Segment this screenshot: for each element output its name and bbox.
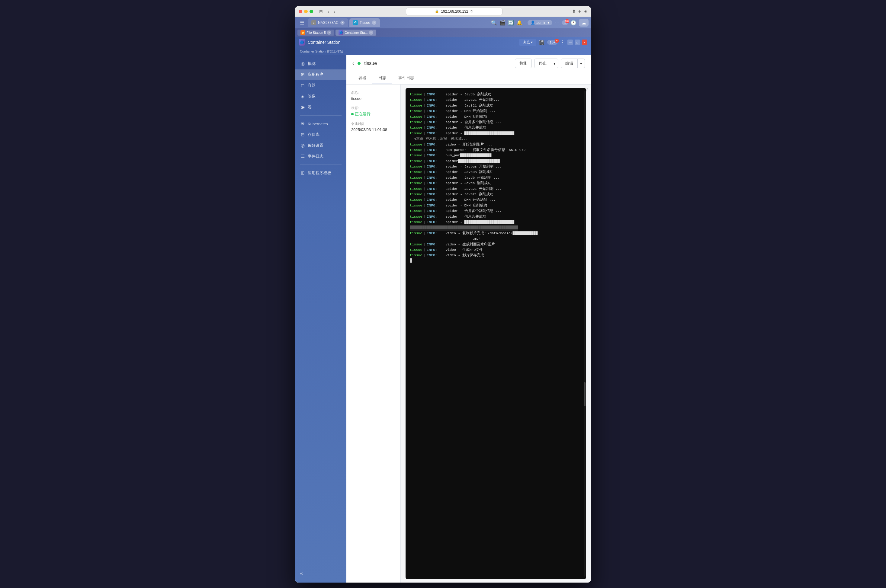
container-name-title: tissue: [364, 61, 511, 66]
container-tab-label: Container Sta...: [345, 31, 368, 34]
back-btn[interactable]: ‹: [326, 9, 330, 15]
filestation-close[interactable]: ×: [327, 30, 331, 35]
edit-dropdown-btn[interactable]: ▾: [578, 58, 585, 68]
refresh-icon[interactable]: ↻: [470, 9, 473, 14]
stop-dropdown-btn[interactable]: ▾: [551, 58, 559, 68]
nav-tab-container[interactable]: 容器: [352, 72, 372, 84]
sidebar-label-registry: 存储库: [308, 132, 320, 137]
content-back-btn[interactable]: ‹: [352, 61, 354, 66]
filestation-icon: 📁: [300, 30, 305, 35]
sidebar-collapse-btn[interactable]: «: [295, 568, 346, 579]
sync-btn[interactable]: 🔄: [508, 20, 514, 26]
share-icon[interactable]: ⬆: [572, 9, 576, 14]
sidebar-label-templates: 应用程序模板: [308, 170, 331, 176]
search-btn[interactable]: 🔍: [491, 20, 497, 26]
content-tabs-nav: 容器 日志 事件日志: [346, 72, 591, 84]
chevron-down-icon: ▾: [548, 21, 549, 25]
sidebar-item-images[interactable]: ◈ 映像: [295, 91, 346, 101]
sidebar-toggle-btn[interactable]: ⊟: [318, 9, 324, 15]
log-line: – 4本番 神木麗，演员：神木麗...: [410, 136, 582, 142]
sidebar-item-eventlog[interactable]: ☰ 事件日志: [295, 151, 346, 162]
sidebar-item-registry[interactable]: ⊟ 存储库: [295, 129, 346, 140]
app-badge-dot: +: [555, 39, 559, 43]
log-line: tissue | INFO: video - 生成NFO文件: [410, 247, 582, 253]
scrollbar-track[interactable]: [584, 90, 586, 576]
nav-tab-logs[interactable]: 日志: [372, 72, 392, 84]
container-tab-close[interactable]: ×: [369, 30, 373, 35]
log-line: tissue | INFO: spider - Javbus 开始刮削 ...: [410, 164, 582, 170]
more-btn[interactable]: ⋯: [555, 20, 560, 26]
app-logo: 🔵: [299, 39, 305, 46]
browser-tab-tissue[interactable]: 🌊 Tissue ×: [349, 18, 380, 27]
bell-btn[interactable]: 🔔: [517, 20, 523, 26]
forward-btn[interactable]: ›: [333, 9, 337, 15]
fullscreen-traffic-light[interactable]: [309, 10, 313, 13]
running-status-dot: [357, 62, 360, 65]
stop-btn-group: 停止 ▾: [534, 58, 559, 68]
log-line: tissue | INFO: video - 开始复制影片 ...: [410, 142, 582, 147]
tissue-tab-close[interactable]: ×: [372, 21, 376, 25]
log-line: tissue | INFO: spider - Javdb 刮削成功: [410, 180, 582, 186]
log-line: tissue | INFO: spider - DMM 刮削成功: [410, 203, 582, 208]
sidebar-item-overview[interactable]: ◎ 概览: [295, 58, 346, 69]
close-traffic-light[interactable]: [299, 10, 302, 13]
hamburger-btn[interactable]: ☰: [297, 19, 306, 27]
detect-btn[interactable]: 检测: [515, 58, 532, 68]
clock-btn[interactable]: 🕐: [571, 20, 577, 26]
filmstrip-icon[interactable]: 🎬: [539, 39, 545, 45]
images-icon: ◈: [300, 94, 305, 99]
sidebar-label-kubernetes: Kubernetes: [308, 122, 328, 126]
cloud-btn[interactable]: ☁: [579, 19, 589, 27]
sidebar-item-apps[interactable]: ⊞ 应用程序: [295, 69, 346, 80]
log-line: tissue | INFO: spider - Jav321 刮削成功: [410, 103, 582, 108]
user-badge[interactable]: 👤 admin ▾: [527, 20, 552, 26]
app-window: 🔵 Container Station 浏览 ▾ 🎬 10+ + ⋮ — □ ×: [295, 37, 591, 583]
minimize-btn[interactable]: —: [568, 39, 573, 45]
minimize-traffic-light[interactable]: [304, 10, 308, 13]
nas-tab-filestation[interactable]: 📁 File Station 5 ×: [297, 30, 334, 36]
scrollbar-thumb[interactable]: [584, 382, 586, 406]
nas-tab-icon: 1: [311, 20, 316, 25]
edit-btn[interactable]: 编辑: [561, 58, 578, 68]
nav-tab-container-label: 容器: [359, 75, 366, 80]
nas-tab-container[interactable]: 🔵 Container Sta... ×: [335, 30, 376, 36]
log-line: tissue | INFO: video - 生成封面及水印图片: [410, 242, 582, 247]
lock-icon: 🔒: [435, 9, 439, 13]
info-badge[interactable]: ℹ 10+: [562, 20, 568, 26]
log-line: tissue | INFO: spider - Jav321 开始刮削...: [410, 97, 582, 103]
sidebar-item-container[interactable]: ◻ 容器: [295, 80, 346, 90]
stop-btn[interactable]: 停止: [534, 58, 551, 68]
log-line: tissue | INFO: spider - ████████████████…: [410, 131, 582, 136]
terminal[interactable]: tissue | INFO: spider - Javdb 刮削成功 tissu…: [405, 88, 586, 579]
status-value: 正在运行: [351, 111, 396, 117]
nas-tab-close[interactable]: ×: [340, 21, 345, 25]
sidebar-label-images: 映像: [308, 94, 315, 99]
video-btn[interactable]: 🎬: [500, 20, 506, 26]
close-btn[interactable]: ×: [582, 39, 587, 45]
browse-btn[interactable]: 浏览 ▾: [519, 39, 536, 46]
log-line: ████████████████████████████████████████…: [410, 225, 582, 230]
nav-tab-logs-label: 日志: [378, 75, 386, 80]
browser-tab-nas[interactable]: 1 NAS5878AC ×: [308, 18, 348, 27]
content-body: 名称: tissue 状态: 正在运行 创建时间: 2025/03/03 11:…: [346, 84, 591, 583]
sidebar-divider: [300, 115, 342, 116]
restore-btn[interactable]: □: [575, 39, 580, 45]
overview-icon: ◎: [300, 61, 305, 66]
sidebar-item-templates[interactable]: ⊞ 应用程序模板: [295, 168, 346, 178]
sidebar-icon[interactable]: ⊞: [583, 9, 587, 14]
log-line: tissue | INFO: spider - DMM 开始刮削 ...: [410, 197, 582, 202]
app-badge[interactable]: 10+ +: [547, 40, 558, 45]
sidebar-item-kubernetes[interactable]: ✳ Kubernetes: [295, 118, 346, 129]
sidebar-item-preferences[interactable]: ◎ 偏好设置: [295, 140, 346, 151]
sidebar-item-volumes[interactable]: ◉ 卷: [295, 102, 346, 112]
titlebar-right: ⬆ + ⊞: [572, 9, 587, 14]
app-more-btn[interactable]: ⋮: [560, 39, 565, 45]
address-bar[interactable]: 🔒 192.168.200.132 ↻: [406, 8, 503, 15]
log-line: tissue | INFO: spider - Javdb 刮削成功: [410, 92, 582, 97]
log-line: tissue | INFO: spider - 信息合并成功: [410, 214, 582, 219]
name-label: 名称:: [351, 90, 396, 95]
nav-tab-eventlog[interactable]: 事件日志: [392, 72, 420, 84]
new-tab-icon[interactable]: +: [578, 9, 581, 14]
app-body: ◎ 概览 ⊞ 应用程序 ◻ 容器 ◈ 映像 ◉ 卷: [295, 55, 591, 583]
traffic-lights: [299, 10, 313, 13]
